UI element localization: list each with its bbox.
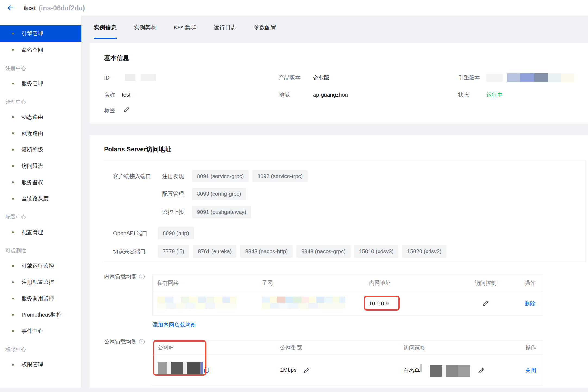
internal-ip-value: 10.0.0.9: [369, 301, 389, 307]
tag-label: 标签: [104, 107, 115, 114]
sidebar-item-service-management[interactable]: 服务管理: [0, 75, 81, 91]
sidebar-item-label: 命名空间: [21, 46, 43, 53]
sidebar-item-full-link-gray[interactable]: 全链路灰度: [0, 190, 81, 207]
public-ip-value-redacted: [158, 362, 210, 374]
copy-icon[interactable]: [204, 367, 210, 374]
instance-id: (ins-06daf2da): [39, 4, 85, 12]
column-header: 访问策略: [404, 344, 425, 351]
edit-acl-icon[interactable]: [460, 300, 511, 307]
port-row-monitor: 监控上报9091 (pushgateway): [113, 205, 583, 219]
port-tag: 8848 (nacos-http): [240, 245, 293, 258]
edit-tags-icon[interactable]: [123, 106, 130, 113]
tab-instance-arch[interactable]: 实例架构: [134, 16, 157, 39]
id-label: ID: [104, 74, 110, 81]
edit-policy-icon[interactable]: [477, 367, 485, 374]
bullet-icon: [12, 198, 14, 200]
public-lb-table: 公网IP公网带宽访问策略操作 1Mbps: [152, 340, 543, 386]
tab-bar: 实例信息实例架构K8s 集群运行日志参数配置: [82, 16, 588, 39]
sidebar-item-registry-config-monitor[interactable]: 注册配置监控: [0, 274, 81, 290]
bullet-icon: [12, 265, 14, 267]
sidebar-item-label: 全链路灰度: [21, 195, 49, 202]
column-header: 操作: [525, 344, 536, 351]
bullet-icon: [12, 132, 14, 134]
sidebar-item-prometheus-monitor[interactable]: Prometheus监控: [0, 306, 81, 323]
sidebar-item-config-management[interactable]: 配置管理: [0, 224, 81, 240]
sidebar-item-service-call-monitor[interactable]: 服务调用监控: [0, 290, 81, 306]
tab-run-logs[interactable]: 运行日志: [214, 16, 236, 39]
port-tag: 15020 (xdsv2): [402, 245, 446, 258]
port-row-openapi: OpenAPI 端口 8090 (http): [113, 226, 583, 240]
access-policy-cell: 白名单: [404, 364, 485, 377]
port-sub-label: 注册发现: [162, 173, 192, 180]
sidebar-item-service-auth[interactable]: 服务鉴权: [0, 174, 81, 190]
column-header: 子网: [262, 279, 273, 286]
bandwidth-value: 1Mbps: [280, 367, 296, 373]
ports-box: 客户端接入端口 注册发现8091 (service-grpc)8092 (ser…: [104, 160, 586, 262]
page-header: test (ins-06daf2da): [0, 0, 588, 16]
port-tag: 8093 (config-grpc): [192, 188, 246, 200]
internal-lb-table-header: 私有网络子网内网地址访问控制操作: [153, 274, 543, 291]
internal-lb-table: 私有网络子网内网地址访问控制操作 10.0.0.9 删除: [152, 274, 543, 316]
sidebar-item-permission-management[interactable]: 权限管理: [0, 356, 81, 373]
sidebar-item-label: 动态路由: [21, 113, 43, 121]
sidebar-section-label: 注册中心: [0, 58, 81, 75]
sidebar-section-label: 配置中心: [0, 207, 81, 224]
redaction-bar: [420, 364, 422, 372]
page-body: 引擎管理命名空间注册中心服务管理治理中心动态路由就近路由熔断降级访问限流服务鉴权…: [0, 16, 588, 392]
internal-lb-label: 内网负载均衡: [104, 273, 137, 280]
sidebar-item-dynamic-routing[interactable]: 动态路由: [0, 109, 81, 125]
client-port-label: 客户端接入端口: [113, 173, 162, 180]
bullet-icon: [12, 181, 14, 183]
sidebar-item-label: 注册配置监控: [21, 279, 54, 286]
public-lb-table-row: 1Mbps 白名单 关: [152, 355, 543, 386]
port-tag: 8091 (service-grpc): [192, 170, 249, 182]
port-row-compat: 协议兼容端口 7779 (l5)8761 (eureka)8848 (nacos…: [113, 245, 583, 258]
bullet-icon: [12, 165, 14, 167]
tab-instance-info[interactable]: 实例信息: [94, 16, 117, 39]
port-tag: 8761 (eureka): [193, 245, 237, 258]
bullet-icon: [12, 314, 14, 316]
column-header: 内网地址: [369, 279, 391, 286]
back-arrow-icon[interactable]: [7, 4, 15, 12]
close-public-lb-link[interactable]: 关闭: [525, 367, 536, 374]
sidebar-item-label: 熔断降级: [21, 146, 43, 153]
tab-k8s-cluster[interactable]: K8s 集群: [174, 16, 196, 39]
access-policy-value: 白名单: [404, 367, 420, 373]
sidebar-item-rate-limiting[interactable]: 访问限流: [0, 158, 81, 174]
tab-param-config[interactable]: 参数配置: [254, 16, 276, 39]
sidebar-item-engine-monitor[interactable]: 引擎运行监控: [0, 258, 81, 274]
column-header: 访问控制: [460, 279, 511, 286]
add-internal-lb-link[interactable]: 添加内网负载均衡: [152, 321, 196, 328]
bullet-icon: [12, 231, 14, 233]
subnet-value-redacted: [262, 297, 345, 311]
bullet-icon: [12, 49, 14, 51]
port-tag: 8090 (http): [158, 227, 194, 239]
sidebar-item-nearby-routing[interactable]: 就近路由: [0, 125, 81, 141]
internal-lb-table-row: 10.0.0.9 删除: [153, 291, 543, 316]
polaris-card: Polaris Server访问地址 客户端接入端口 注册发现8091 (ser…: [90, 135, 588, 388]
port-row-config: 配置管理8093 (config-grpc): [113, 187, 583, 201]
info-icon[interactable]: i: [139, 274, 145, 279]
basic-info-card: 基本信息 ID 名称 test 标签 产品版本 企业版 地域 ap-guangz…: [90, 43, 588, 124]
sidebar-item-label: 事件中心: [21, 327, 43, 335]
port-sub-label: 监控上报: [162, 208, 192, 216]
sidebar-item-engine-management[interactable]: 引擎管理: [0, 25, 81, 42]
sidebar-item-namespace[interactable]: 命名空间: [0, 42, 81, 58]
bullet-icon: [12, 281, 14, 283]
column-header: 操作: [525, 279, 536, 286]
policy-value-redacted: [430, 365, 470, 377]
sidebar-item-circuit-breaking[interactable]: 熔断降级: [0, 141, 81, 158]
column-header: 公网带宽: [280, 344, 302, 351]
sidebar-section-label: 权限中心: [0, 339, 81, 356]
bullet-icon: [12, 149, 14, 151]
edit-bandwidth-icon[interactable]: [303, 367, 310, 374]
sidebar-item-label: 引擎运行监控: [21, 262, 54, 270]
delete-internal-lb-link[interactable]: 删除: [525, 300, 536, 307]
public-lb-label: 公网负载均衡: [104, 338, 137, 345]
port-row-register: 客户端接入端口 注册发现8091 (service-grpc)8092 (ser…: [113, 169, 583, 183]
info-icon[interactable]: i: [139, 339, 145, 344]
internal-lb-label-row: 内网负载均衡 i: [104, 273, 145, 280]
sidebar-item-label: 服务调用监控: [21, 295, 54, 302]
sidebar-item-event-center[interactable]: 事件中心: [0, 323, 81, 339]
status-badge: 运行中: [486, 91, 503, 98]
